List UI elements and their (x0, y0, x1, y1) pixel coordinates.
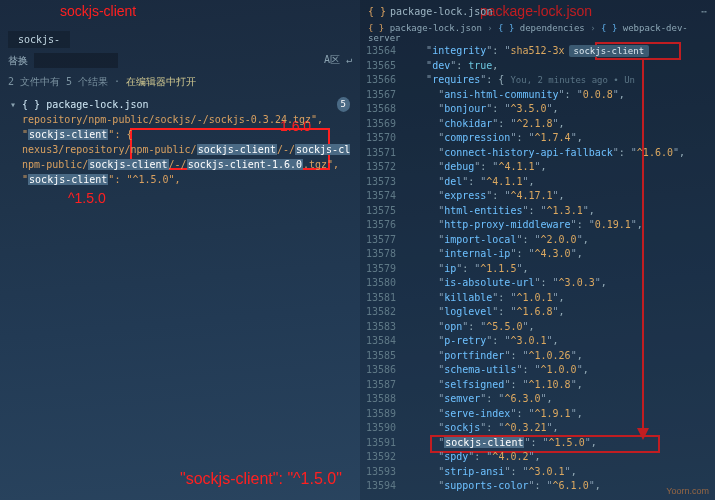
chinese-hint[interactable]: 在编辑器中打开 (126, 76, 196, 87)
crumb-file: package-lock.json (390, 23, 482, 33)
code-line[interactable]: "strip-ansi": "^3.0.1", (402, 465, 715, 480)
replace-label: 替换 (8, 55, 28, 66)
result-line[interactable]: "sockjs-client": { (10, 127, 350, 142)
highlighted-key: sockjs-client (444, 437, 524, 448)
code-line[interactable]: "ip": "^1.1.5", (402, 262, 715, 277)
code-line[interactable]: "opn": "^5.5.0", (402, 320, 715, 335)
code-editor[interactable]: 1356413565135661356713568135691357013571… (360, 44, 715, 494)
code-line[interactable]: "chokidar": "^2.1.8", (402, 117, 715, 132)
result-file-header[interactable]: ▾ { } package-lock.json 5 (10, 97, 350, 112)
code-line[interactable]: "loglevel": "^1.6.8", (402, 305, 715, 320)
highlight-badge: sockjs-client (569, 45, 649, 57)
search-results: ▾ { } package-lock.json 5 repository/npm… (0, 93, 360, 191)
code-line[interactable]: "sockjs": "^0.3.21", (402, 421, 715, 436)
code-line[interactable]: "requires": {You, 2 minutes ago • Un (402, 73, 715, 88)
code-line[interactable]: "import-local": "^2.0.0", (402, 233, 715, 248)
json-icon: { } (368, 6, 386, 17)
code-line[interactable]: "debug": "^4.1.1", (402, 160, 715, 175)
tab-actions[interactable]: ⋯ (701, 6, 707, 17)
search-results-pane: sockjs- 替换 A区 ↵ 2 文件中有 5 个结果 · 在编辑器中打开 ▾… (0, 0, 360, 500)
code-line[interactable]: "serve-index": "^1.9.1", (402, 407, 715, 422)
code-line[interactable]: "internal-ip": "^4.3.0", (402, 247, 715, 262)
result-line[interactable]: repository/npm-public/sockjs/-/sockjs-0.… (10, 112, 350, 127)
replace-icons[interactable]: A区 ↵ (324, 53, 352, 67)
code-line[interactable]: "connect-history-api-fallback": "^1.6.0"… (402, 146, 715, 161)
editor-pane: { } package-lock.json ⋯ { } package-lock… (360, 0, 715, 500)
line-gutter: 1356413565135661356713568135691357013571… (360, 44, 402, 494)
search-tab-row: sockjs- (0, 28, 360, 50)
code-line[interactable]: "selfsigned": "^1.10.8", (402, 378, 715, 393)
code-line[interactable]: "dev": true, (402, 59, 715, 74)
chevron-down-icon: ▾ (10, 99, 22, 110)
code-line[interactable]: "http-proxy-middleware": "0.19.1", (402, 218, 715, 233)
code-line[interactable]: "semver": "^6.3.0", (402, 392, 715, 407)
code-line[interactable]: "sockjs-client": "^1.5.0", (402, 436, 715, 451)
crumb-deps: dependencies (520, 23, 585, 33)
chinese-hint-row: 2 文件中有 5 个结果 · 在编辑器中打开 (0, 71, 360, 93)
replace-input[interactable] (34, 53, 118, 68)
replace-row: 替换 A区 ↵ (0, 50, 360, 71)
git-blame: You, 2 minutes ago • Un (510, 75, 635, 85)
result-line[interactable]: nexus3/repository/npm-public/sockjs-clie… (10, 142, 350, 157)
code-lines: "integrity": "sha512-3xsockjs-client "de… (402, 44, 715, 494)
code-line[interactable]: "supports-color": "^6.1.0", (402, 479, 715, 494)
code-line[interactable]: "bonjour": "^3.5.0", (402, 102, 715, 117)
result-line[interactable]: "sockjs-client": "^1.5.0", (10, 172, 350, 187)
result-count-badge: 5 (337, 97, 350, 112)
code-line[interactable]: "killable": "^1.0.1", (402, 291, 715, 306)
code-line[interactable]: "p-retry": "^3.0.1", (402, 334, 715, 349)
code-line[interactable]: "compression": "^1.7.4", (402, 131, 715, 146)
editor-tab[interactable]: package-lock.json (390, 6, 492, 17)
search-tab[interactable]: sockjs- (8, 31, 70, 48)
code-line[interactable]: "integrity": "sha512-3xsockjs-client (402, 44, 715, 59)
code-line[interactable]: "is-absolute-url": "^3.0.3", (402, 276, 715, 291)
hint-prefix: 2 文件中有 5 个结果 · (8, 76, 126, 87)
editor-tab-row: { } package-lock.json ⋯ (360, 0, 715, 22)
result-line[interactable]: npm-public/sockjs-client/-/sockjs-client… (10, 157, 350, 172)
code-line[interactable]: "portfinder": "^1.0.26", (402, 349, 715, 364)
main-split: sockjs- 替换 A区 ↵ 2 文件中有 5 个结果 · 在编辑器中打开 ▾… (0, 0, 715, 500)
code-line[interactable]: "express": "^4.17.1", (402, 189, 715, 204)
code-line[interactable]: "spdy": "^4.0.2", (402, 450, 715, 465)
code-line[interactable]: "ansi-html-community": "0.0.8", (402, 88, 715, 103)
code-line[interactable]: "html-entities": "^1.3.1", (402, 204, 715, 219)
code-line[interactable]: "schema-utils": "^1.0.0", (402, 363, 715, 378)
code-line[interactable]: "del": "^4.1.1", (402, 175, 715, 190)
breadcrumb[interactable]: { } package-lock.json › { } dependencies… (360, 22, 715, 44)
